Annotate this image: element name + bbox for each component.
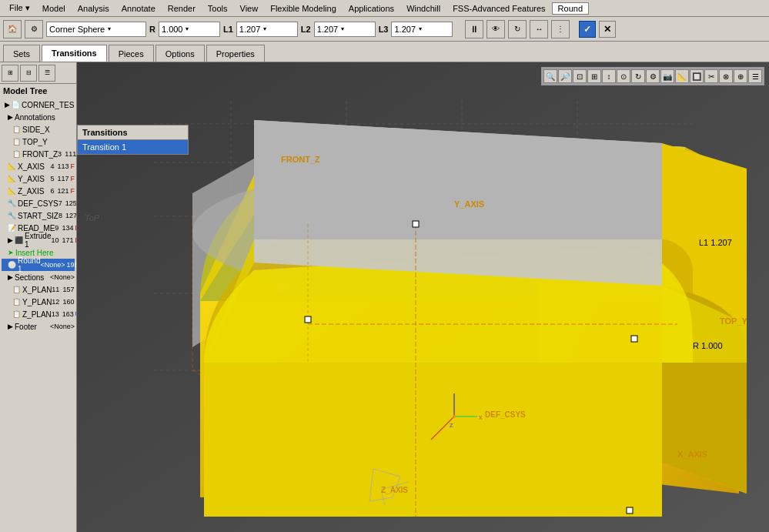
view-btn-14[interactable]: ⊕ [734,69,747,83]
menu-model[interactable]: Model [36,2,72,15]
view-btn-11[interactable]: 🔲 [690,69,704,83]
svg-rect-38 [631,336,637,342]
side-icon: 📋 [12,125,21,133]
pause-btn[interactable]: ⏸ [465,20,483,38]
rotate-btn[interactable]: ↻ [508,20,527,38]
l1-input[interactable]: 1.207 ▾ [236,22,298,37]
file-icon: 📄 [12,101,20,109]
svg-marker-29 [204,363,662,517]
tree-extrude-1[interactable]: ▶ ⬛ Extrude 1 10 171 F [2,234,75,246]
tree-y-axis[interactable]: 📐 Y_AXIS 5 117 F [2,172,75,185]
view-btn-8[interactable]: ⚙ [646,69,660,83]
menu-round[interactable]: Round [552,2,589,15]
menu-annotate[interactable]: Annotate [115,2,162,15]
cancel-btn[interactable]: ✕ [599,21,616,38]
view-btn-13[interactable]: ⊗ [719,69,733,83]
panel-btn-3[interactable]: ☰ [38,65,55,82]
svg-text:z: z [450,421,453,429]
svg-text:x: x [479,413,483,421]
svg-point-43 [453,415,456,418]
tree-y-plan[interactable]: 📋 Y_PLAN 12 160 U [2,296,75,308]
tab-properties[interactable]: Properties [206,45,265,62]
tree-x-axis[interactable]: 📐 X_AXIS 4 113 F [2,160,75,172]
tab-transitions[interactable]: Transitions [42,45,107,62]
panel-title: Model Tree [0,84,76,98]
expand-icon: ▶ [5,101,10,109]
tree-start-siz[interactable]: 🔧 START_SIZ 8 127 F [2,209,75,222]
view-btn-7[interactable]: ↻ [631,69,645,83]
tree-x-plan[interactable]: 📋 X_PLAN 11 157 U [2,283,75,296]
view-btn-6[interactable]: ⊙ [617,69,630,83]
l3-input[interactable]: 1.207 ▾ [391,22,453,37]
menu-render[interactable]: Render [162,2,202,15]
tree-side-x[interactable]: 📋 SIDE_X [2,123,75,136]
toolbar-btn-2[interactable]: ⚙ [25,20,43,38]
label-y-axis: Y_AXIS [454,199,484,209]
view-btn-5[interactable]: ↕ [602,69,616,83]
left-panel: ⊞ ⊟ ☰ Model Tree ▶ 📄 CORNER_TES ▶ Annota… [0,62,77,532]
top-label: ToP [85,213,99,223]
label-front-z: FRONT_Z [281,155,320,164]
dim-r: R 1.000 [693,341,723,350]
tree-z-axis[interactable]: 📐 Z_AXIS 6 121 F [2,185,75,197]
menu-windchill[interactable]: Windchill [400,2,446,15]
eye-btn[interactable]: 👁 [486,20,505,38]
r-input[interactable]: 1.000 ▾ [159,22,220,37]
view-btn-10[interactable]: 📐 [675,69,689,83]
l2-arrow: ▾ [341,25,344,32]
tab-pieces[interactable]: Pieces [109,45,154,62]
dim-l1: L1 1.207 [699,238,732,247]
view-btn-9[interactable]: 📷 [660,69,674,83]
svg-rect-36 [305,316,311,323]
tree-annotations[interactable]: ▶ Annotations [2,111,75,123]
transitions-panel: Transitions Transition 1 [77,125,189,155]
svg-rect-37 [413,221,419,227]
l1-arrow: ▾ [263,25,266,32]
panel-toolbar: ⊞ ⊟ ☰ [0,62,76,84]
expand-icon-2: ▶ [8,113,13,121]
tab-options[interactable]: Options [155,45,205,62]
view-btn-15[interactable]: ☰ [748,69,762,83]
l1-label: L1 [223,25,233,34]
tree-front-z[interactable]: 📋 FRONT_Z 3 111 F [2,148,75,160]
tree-round-1[interactable]: ⚪ Round 1 <None> 198 C [2,259,75,271]
l2-input[interactable]: 1.207 ▾ [314,22,376,37]
panel-btn-1[interactable]: ⊞ [2,65,18,82]
view-toolbar: 🔍 🔎 ⊡ ⊞ ↕ ⊙ ↻ ⚙ 📷 📐 🔲 ✂ ⊗ ⊕ ☰ [541,67,764,85]
menu-tools[interactable]: Tools [202,2,234,15]
menu-file[interactable]: File ▾ [3,2,36,15]
svg-rect-39 [627,507,633,514]
r-arrow: ▾ [186,25,189,32]
panel-btn-2[interactable]: ⊟ [20,65,37,82]
tree-z-plan[interactable]: 📋 Z_PLAN 13 163 U [2,308,75,320]
view-btn-zoom-out[interactable]: 🔎 [558,69,572,83]
snap-btn[interactable]: ⋮ [551,20,570,38]
menu-flexible[interactable]: Flexible Modeling [264,2,343,15]
label-z-axis: Z_AXIS [381,486,408,494]
view-btn-zoom-in[interactable]: 🔍 [543,69,557,83]
label-x-axis: X_AXIS [677,450,707,459]
menu-analysis[interactable]: Analysis [72,2,115,15]
top-icon: 📋 [12,138,21,146]
transition-item-1[interactable]: Transition 1 [78,140,188,154]
l2-label: L2 [301,25,311,34]
l3-arrow: ▾ [419,25,422,32]
toolbar: 🏠 ⚙ Corner Sphere ▾ R 1.000 ▾ L1 1.207 ▾… [0,17,769,42]
accept-btn[interactable]: ✓ [579,21,596,38]
tab-sets[interactable]: Sets [3,45,40,62]
tree-sections[interactable]: ▶ Sections <None> [2,271,75,283]
tree-corner-tes[interactable]: ▶ 📄 CORNER_TES [2,99,75,111]
shape-dropdown[interactable]: Corner Sphere ▾ [46,22,146,37]
menu-fss[interactable]: FSS-Advanced Features [446,2,551,15]
view-btn-4[interactable]: ⊞ [587,69,601,83]
tree-top-y[interactable]: 📋 TOP_Y [2,136,75,148]
tree-footer[interactable]: ▶ Footer <None> [2,320,75,333]
flip-btn[interactable]: ↔ [530,20,548,38]
tree-def-csys[interactable]: 🔧 DEF_CSYS 7 125 F [2,197,75,209]
toolbar-btn-new[interactable]: 🏠 [3,20,22,38]
view-btn-fit[interactable]: ⊡ [573,69,587,83]
menu-view[interactable]: View [234,2,265,15]
menu-applications[interactable]: Applications [343,2,400,15]
dropdown-arrow: ▾ [108,25,111,32]
view-btn-12[interactable]: ✂ [704,69,718,83]
